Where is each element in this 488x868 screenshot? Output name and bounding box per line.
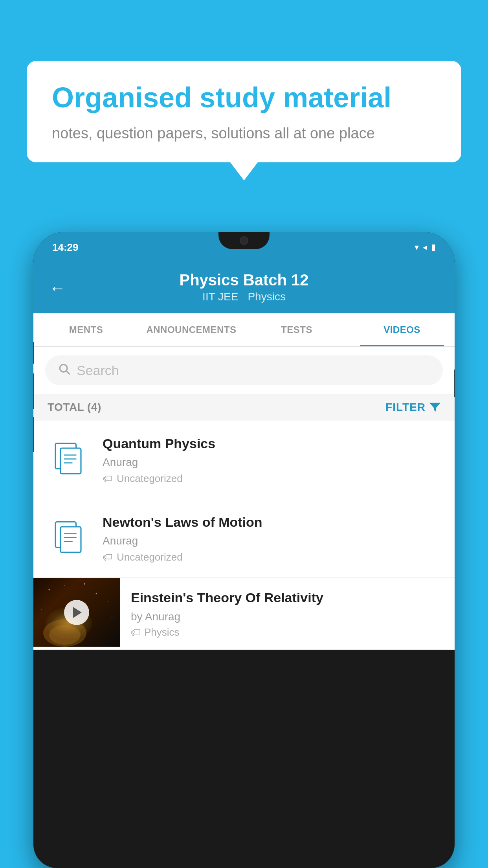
tab-videos[interactable]: VIDEOS bbox=[349, 313, 455, 346]
svg-point-16 bbox=[108, 601, 108, 602]
svg-rect-9 bbox=[61, 527, 81, 552]
filter-button[interactable]: FILTER bbox=[385, 401, 440, 414]
svg-point-13 bbox=[49, 589, 50, 590]
tag-icon: 🏷 bbox=[131, 626, 141, 638]
play-icon bbox=[73, 607, 82, 618]
item-title: Einstein's Theory Of Relativity bbox=[131, 589, 444, 606]
speech-bubble-headline: Organised study material bbox=[52, 81, 436, 114]
search-icon bbox=[58, 362, 70, 378]
tag-label: Uncategorized bbox=[117, 551, 183, 563]
svg-marker-2 bbox=[429, 403, 440, 412]
power-button bbox=[454, 370, 455, 397]
list-item[interactable]: Quantum Physics Anurag 🏷 Uncategorized bbox=[33, 421, 455, 499]
back-button[interactable]: ← bbox=[49, 279, 66, 298]
tab-announcements[interactable]: ANNOUNCEMENTS bbox=[139, 313, 244, 346]
phone-notch bbox=[218, 232, 270, 249]
tag-icon: 🏷 bbox=[103, 551, 113, 563]
svg-line-1 bbox=[66, 371, 69, 374]
svg-point-18 bbox=[112, 617, 112, 618]
speech-bubble-container: Organised study material notes, question… bbox=[27, 61, 461, 162]
filter-label: FILTER bbox=[385, 401, 426, 414]
svg-point-15 bbox=[96, 593, 97, 594]
item-info: Newton's Laws of Motion Anurag 🏷 Uncateg… bbox=[103, 513, 440, 563]
search-container: Search bbox=[33, 347, 455, 394]
item-info: Einstein's Theory Of Relativity by Anura… bbox=[120, 578, 455, 649]
front-camera bbox=[240, 236, 248, 245]
volume-up-button bbox=[33, 373, 34, 409]
item-tag: 🏷 Uncategorized bbox=[103, 551, 440, 563]
header-subtitle: IIT JEE Physics bbox=[202, 291, 286, 303]
video-thumbnail bbox=[33, 578, 120, 647]
item-author: Anurag bbox=[103, 535, 440, 547]
total-label: TOTAL (4) bbox=[48, 401, 101, 414]
tab-tests[interactable]: TESTS bbox=[244, 313, 349, 346]
status-time: 14:29 bbox=[52, 241, 79, 254]
tag-icon: 🏷 bbox=[103, 473, 113, 485]
svg-point-14 bbox=[64, 585, 65, 586]
status-bar: 14:29 ▾ ◂ ▮ bbox=[33, 232, 455, 263]
search-placeholder: Search bbox=[77, 363, 119, 378]
svg-rect-4 bbox=[61, 448, 81, 474]
item-thumbnail bbox=[48, 442, 91, 478]
svg-point-21 bbox=[49, 625, 81, 645]
item-title: Newton's Laws of Motion bbox=[103, 513, 440, 531]
tab-ments[interactable]: MENTS bbox=[33, 313, 139, 346]
document-icon bbox=[54, 521, 84, 556]
play-button[interactable] bbox=[64, 600, 89, 625]
svg-point-19 bbox=[41, 609, 42, 610]
tag-label: Physics bbox=[144, 626, 180, 638]
item-tag: 🏷 Physics bbox=[131, 626, 444, 638]
svg-point-17 bbox=[84, 583, 85, 585]
filter-bar: TOTAL (4) FILTER bbox=[33, 394, 455, 421]
header-title: Physics Batch 12 bbox=[179, 271, 308, 289]
header-subtitle-right: Physics bbox=[248, 291, 285, 303]
volume-down-button bbox=[33, 417, 34, 452]
signal-icon: ◂ bbox=[423, 242, 427, 252]
item-title: Quantum Physics bbox=[103, 435, 440, 452]
wifi-icon: ▾ bbox=[415, 242, 419, 252]
status-icons: ▾ ◂ ▮ bbox=[415, 242, 436, 252]
item-info: Quantum Physics Anurag 🏷 Uncategorized bbox=[103, 435, 440, 485]
speech-bubble-subtext: notes, question papers, solutions all at… bbox=[52, 125, 436, 142]
search-bar[interactable]: Search bbox=[45, 355, 443, 385]
list-item[interactable]: Newton's Laws of Motion Anurag 🏷 Uncateg… bbox=[33, 499, 455, 578]
header-subtitle-left: IIT JEE bbox=[202, 291, 238, 303]
document-icon bbox=[54, 442, 84, 478]
app-header: ← Physics Batch 12 IIT JEE Physics bbox=[33, 263, 455, 313]
tag-label: Uncategorized bbox=[117, 473, 183, 485]
video-list: Quantum Physics Anurag 🏷 Uncategorized bbox=[33, 421, 455, 650]
tabs-bar: MENTS ANNOUNCEMENTS TESTS VIDEOS bbox=[33, 313, 455, 347]
item-thumbnail bbox=[48, 521, 91, 556]
item-tag: 🏷 Uncategorized bbox=[103, 473, 440, 485]
list-item[interactable]: Einstein's Theory Of Relativity by Anura… bbox=[33, 578, 455, 649]
filter-icon bbox=[429, 403, 440, 412]
phone-frame: 14:29 ▾ ◂ ▮ ← Physics Batch 12 IIT JEE P… bbox=[33, 232, 455, 868]
item-author: Anurag bbox=[103, 456, 440, 469]
item-author: by Anurag bbox=[131, 611, 444, 623]
battery-icon: ▮ bbox=[431, 242, 436, 252]
speech-bubble: Organised study material notes, question… bbox=[27, 61, 461, 162]
